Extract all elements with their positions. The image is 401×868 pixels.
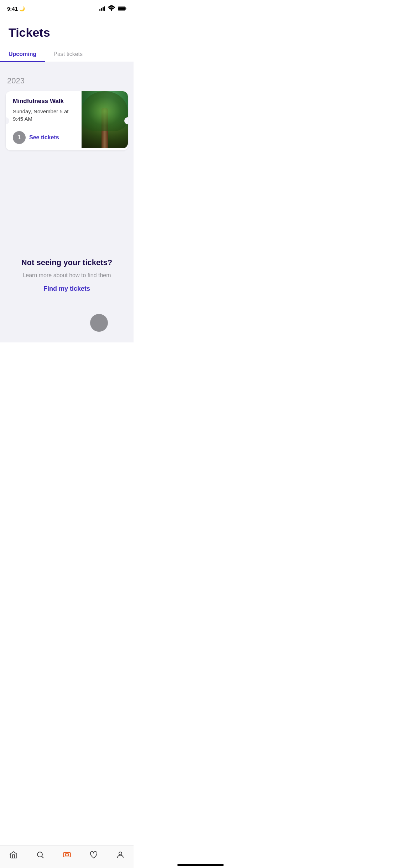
event-card[interactable]: Mindfulness Walk Sunday, November 5 at 9…: [6, 91, 128, 150]
signal-icon: [99, 6, 105, 11]
tab-past-tickets[interactable]: Past tickets: [45, 47, 91, 62]
help-section: Not seeing your tickets? Learn more abou…: [0, 240, 134, 342]
event-card-content: Mindfulness Walk Sunday, November 5 at 9…: [6, 91, 82, 150]
tab-upcoming[interactable]: Upcoming: [0, 47, 45, 62]
status-bar: 9:41 🌙: [0, 0, 134, 16]
find-tickets-link[interactable]: Find my tickets: [43, 285, 90, 292]
moon-icon: 🌙: [19, 6, 25, 11]
year-label: 2023: [6, 76, 128, 86]
status-time: 9:41 🌙: [7, 6, 25, 12]
event-name: Mindfulness Walk: [13, 98, 76, 105]
content-area: 2023 Mindfulness Walk Sunday, November 5…: [0, 62, 134, 240]
ticket-count-row: 1 See tickets: [13, 131, 76, 144]
svg-rect-2: [118, 7, 125, 10]
not-seeing-subtitle: Learn more about how to find them: [9, 272, 125, 279]
see-tickets-link[interactable]: See tickets: [29, 134, 59, 141]
event-date: Sunday, November 5 at 9:45 AM: [13, 108, 76, 123]
battery-icon: [118, 4, 126, 13]
event-image: [82, 91, 128, 148]
not-seeing-title: Not seeing your tickets?: [9, 258, 125, 267]
status-icons: [99, 4, 127, 13]
tabs-container: Upcoming Past tickets: [0, 47, 134, 62]
page-title: Tickets: [0, 16, 134, 47]
svg-rect-1: [126, 8, 126, 10]
wifi-icon: [107, 4, 116, 13]
floating-action-button[interactable]: [90, 314, 108, 332]
tree-photo: [82, 91, 128, 148]
ticket-count-badge: 1: [13, 131, 26, 144]
